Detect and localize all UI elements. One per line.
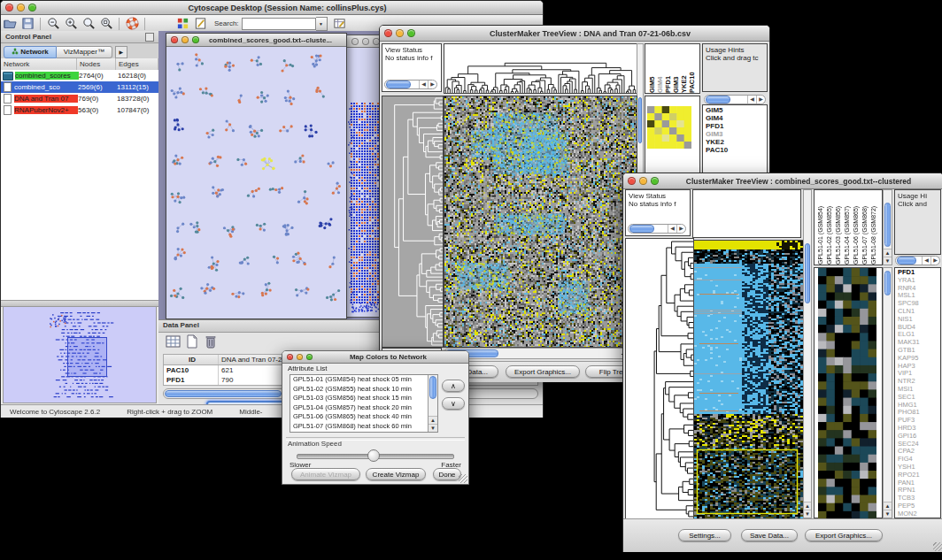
scroll-down-icon[interactable]: ▼: [804, 510, 811, 518]
float-panel-icon[interactable]: [145, 33, 154, 42]
scrollbar-thumb[interactable]: [638, 97, 642, 143]
zoom-fit-button[interactable]: [97, 16, 115, 31]
column-label[interactable]: GIM3: [672, 44, 680, 93]
scroll-up-icon[interactable]: ▲: [884, 502, 892, 510]
move-down-button[interactable]: ∨: [442, 397, 465, 410]
new-attribute-icon[interactable]: [186, 334, 198, 352]
scroll-right-icon[interactable]: ▶: [428, 81, 436, 88]
done-button[interactable]: Done: [433, 468, 461, 480]
network-table-row[interactable]: RNAPuberNov2+ 563(0) 107847(0): [1, 104, 158, 116]
export-graphics-button[interactable]: Export Graphics...: [506, 365, 580, 378]
treeview1-title-bar[interactable]: ClusterMaker TreeView : DNA and Tran 07-…: [380, 26, 769, 42]
scroll-left-icon[interactable]: ◀: [419, 81, 428, 88]
zoom-vertical-scrollbar[interactable]: ▲ ▼: [883, 267, 892, 518]
scroll-down-icon[interactable]: ▼: [429, 424, 437, 432]
help-icon[interactable]: [123, 16, 141, 31]
minimize-button[interactable]: [639, 177, 647, 185]
zoom-heatmap-canvas[interactable]: [818, 268, 876, 519]
zoom-button[interactable]: [192, 36, 199, 43]
minimize-button[interactable]: [362, 38, 369, 45]
column-label[interactable]: GPL51-03 (GSM856): [835, 190, 844, 265]
create-vizmap-button[interactable]: Create Vizmap: [366, 468, 426, 480]
column-label[interactable]: GPL51-02 (GSM855): [826, 190, 835, 265]
column-dendrogram-canvas[interactable]: [444, 43, 637, 94]
resize-grip[interactable]: [933, 542, 942, 551]
gene-label[interactable]: PFD1: [706, 122, 767, 130]
scrollbar-thumb[interactable]: [429, 376, 436, 399]
gene-label[interactable]: MON2: [898, 510, 940, 518]
network-window-title-bar[interactable]: combined_scores_good.txt--cluste...: [166, 34, 346, 47]
attribute-editor-icon[interactable]: [331, 16, 349, 31]
column-label[interactable]: GPL51-08 (GSM872): [870, 190, 879, 265]
scroll-up-icon[interactable]: ▲: [429, 416, 437, 424]
column-label[interactable]: GPL51-07 (GSM868): [861, 190, 870, 265]
save-data-button[interactable]: Save Data...: [741, 529, 798, 541]
scroll-up-icon[interactable]: ▲: [804, 502, 811, 510]
scrollbar-thumb[interactable]: [629, 225, 654, 233]
scroll-left-icon[interactable]: ◀: [668, 225, 676, 233]
gene-label[interactable]: YKE2: [706, 138, 767, 146]
column-label[interactable]: GPL51-04 (GSM857): [844, 190, 853, 265]
resize-grip[interactable]: [459, 474, 467, 483]
zoom-button[interactable]: [407, 29, 415, 37]
settings-button[interactable]: Settings...: [678, 529, 731, 541]
export-graphics-button[interactable]: Export Graphics...: [805, 529, 883, 541]
close-button[interactable]: [351, 38, 359, 45]
column-label[interactable]: PAC10: [688, 44, 696, 93]
attribute-item[interactable]: GPL51-03 (GSM856) heat shock 15 min: [290, 394, 437, 403]
zoom-button[interactable]: [306, 354, 313, 360]
scrollbar-thumb[interactable]: [706, 96, 730, 104]
close-button[interactable]: [5, 4, 13, 12]
scrollbar-thumb[interactable]: [884, 203, 891, 247]
minimize-button[interactable]: [181, 36, 189, 43]
gene-label[interactable]: PAC10: [706, 146, 767, 154]
heatmap-horizontal-scrollbar[interactable]: ◀ ▶: [444, 348, 636, 359]
main-title-bar[interactable]: Cytoscape Desktop (Session Name: collins…: [1, 1, 543, 15]
column-label[interactable]: YKE2: [680, 44, 688, 93]
network-table-row[interactable]: DNA and Tran 07 769(0) 183728(0): [1, 93, 158, 104]
save-session-button[interactable]: [19, 16, 36, 31]
scrollbar-thumb[interactable]: [165, 390, 282, 397]
attribute-item[interactable]: GPL51-04 (GSM857) heat shock 20 min: [290, 403, 437, 413]
network-table-row[interactable]: combined_scores 2764(0) 16218(0): [1, 70, 158, 81]
attribute-item[interactable]: GPL51-06 (GSM865) heat shock 40 min: [290, 412, 437, 422]
network-overview-canvas[interactable]: [3, 306, 157, 403]
gene-label[interactable]: GIM4: [706, 114, 767, 122]
dialog-title-bar[interactable]: Map Colors to Network: [282, 351, 468, 364]
close-button[interactable]: [171, 36, 178, 43]
scroll-right-icon[interactable]: ▶: [756, 96, 765, 104]
network-canvas[interactable]: [166, 47, 344, 318]
heatmap-vertical-scrollbar[interactable]: ▲ ▼: [803, 189, 812, 518]
zoom-out-button[interactable]: [44, 16, 62, 31]
tab-vizmapper[interactable]: VizMapper™: [57, 46, 112, 58]
row-dendrogram-canvas[interactable]: [625, 238, 694, 520]
vizmapper-icon[interactable]: [174, 16, 191, 31]
heatmap-canvas[interactable]: [444, 96, 637, 348]
move-up-button[interactable]: ∧: [442, 380, 465, 392]
minimize-button[interactable]: [297, 354, 303, 360]
attribute-item[interactable]: GPL51-01 (GSM854) heat shock 05 min: [290, 375, 437, 385]
scrollbar-thumb[interactable]: [805, 243, 810, 303]
table-grid-icon[interactable]: [166, 334, 181, 352]
animate-vizmap-button[interactable]: Animate Vizmap: [291, 468, 360, 480]
close-button[interactable]: [628, 177, 636, 185]
gene-label[interactable]: GIM5: [706, 106, 767, 114]
slider-thumb[interactable]: [367, 449, 380, 462]
zoom-button[interactable]: [28, 4, 36, 12]
scroll-left-icon[interactable]: ◀: [747, 96, 756, 104]
column-label[interactable]: GPL51-06 (GSM865): [853, 190, 861, 265]
zoom-in-button[interactable]: [62, 16, 80, 31]
column-label[interactable]: GIM4: [656, 44, 664, 93]
minimize-button[interactable]: [396, 29, 404, 37]
attribute-item[interactable]: GPL51-02 (GSM855) heat shock 10 min: [290, 385, 437, 395]
scroll-up-icon[interactable]: ▲: [884, 249, 892, 257]
column-label[interactable]: PFD1: [664, 44, 672, 93]
zoom-button[interactable]: [651, 177, 659, 185]
scroll-down-icon[interactable]: ▼: [884, 510, 892, 518]
heatmap-canvas[interactable]: [693, 240, 804, 520]
scroll-left-icon[interactable]: ◀: [922, 257, 930, 265]
delete-attribute-icon[interactable]: [205, 334, 217, 352]
row-dendrogram-canvas[interactable]: [382, 96, 444, 348]
search-dropdown-icon[interactable]: ▼: [316, 17, 328, 31]
correlation-matrix-canvas[interactable]: [647, 106, 691, 149]
